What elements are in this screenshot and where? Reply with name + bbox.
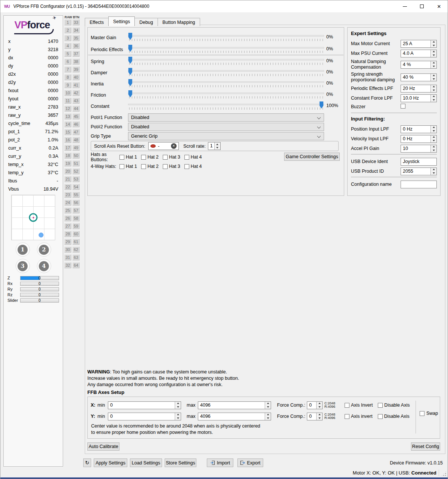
refresh-button[interactable]: ↻ [83,458,91,467]
usb-device-ident-field[interactable]: Joystick [401,158,437,166]
hat-checkbox[interactable]: Hat 1 [119,154,137,160]
checkbox[interactable] [141,155,146,160]
checkbox[interactable] [378,403,383,408]
raw-button[interactable]: 48 [72,137,80,143]
expert-spinbox[interactable]: 25 A [401,40,437,48]
dropdown[interactable]: Disabled [128,123,324,131]
raw-button[interactable]: 37 [72,51,80,57]
raw-button[interactable]: 14 [64,121,71,127]
checkbox[interactable] [119,164,124,169]
raw-button[interactable]: 13 [64,113,71,119]
raw-button[interactable]: 4 [64,43,71,49]
raw-button[interactable]: 38 [72,59,80,65]
raw-button[interactable]: 60 [72,231,80,237]
raw-button[interactable]: 64 [72,262,80,268]
force-comp-spinbox[interactable]: 0 [307,413,323,420]
raw-button[interactable]: 40 [72,74,80,80]
hat-checkbox[interactable]: Hat 1 [119,164,137,169]
filter-spinbox[interactable]: 0 Hz [401,135,437,143]
checkbox[interactable] [163,155,168,160]
minimize-button[interactable] [396,0,413,12]
raw-button[interactable]: 55 [72,192,80,198]
resize-grip[interactable] [441,471,447,476]
store-settings-button[interactable]: Store Settings [165,458,196,467]
axis-max-spinbox[interactable]: 4096 [198,413,271,420]
slider[interactable] [128,33,324,44]
load-settings-button[interactable]: Load Settings [130,458,162,467]
raw-button[interactable]: 1 [64,19,71,25]
hat-checkbox[interactable]: Hat 2 [141,164,159,169]
raw-button[interactable]: 49 [72,145,80,151]
raw-button[interactable]: 22 [64,184,71,190]
reset-config-button[interactable]: Reset Config [411,442,440,451]
expert-spinbox[interactable]: 4 % [401,61,437,69]
raw-button[interactable]: 35 [72,35,80,41]
raw-button[interactable]: 8 [64,74,71,80]
raw-button[interactable]: 2 [64,27,71,33]
slider[interactable] [128,68,324,79]
raw-button[interactable]: 43 [72,98,80,104]
raw-button[interactable]: 16 [64,137,71,143]
raw-button[interactable]: 17 [64,145,71,151]
checkbox[interactable] [378,414,383,419]
expert-spinbox[interactable]: 4.0 A [401,50,437,57]
axis-invert-checkbox[interactable]: Axis invert [345,414,373,419]
raw-button[interactable]: 3 [64,35,71,41]
tab-button-mapping[interactable]: Button Mapping [158,18,200,26]
raw-button[interactable]: 32 [64,262,71,268]
raw-button[interactable]: 27 [64,223,71,229]
slider[interactable] [128,79,324,90]
raw-button[interactable]: 21 [64,176,71,182]
checkbox[interactable] [420,411,424,416]
raw-button[interactable]: 34 [72,27,80,33]
disable-axis-checkbox[interactable]: Disable Axis [378,414,410,419]
raw-button[interactable]: 56 [72,200,80,206]
raw-button[interactable]: 20 [64,168,71,174]
raw-button[interactable]: 26 [64,215,71,221]
raw-button[interactable]: 58 [72,215,80,221]
raw-button[interactable]: 12 [64,106,71,112]
checkbox[interactable] [184,155,189,160]
clear-icon[interactable]: ✕ [171,143,177,149]
expert-spinbox[interactable]: 20 Hz [401,85,437,93]
checkbox[interactable] [163,164,168,169]
raw-button[interactable]: 6 [64,59,71,65]
raw-button[interactable]: 24 [64,200,71,206]
force-comp-spinbox[interactable]: 0 [307,401,323,409]
raw-button[interactable]: 47 [72,129,80,135]
maximize-button[interactable] [413,0,430,12]
raw-button[interactable]: 18 [64,153,71,159]
checkbox[interactable] [141,164,146,169]
hat-checkbox[interactable]: Hat 3 [163,164,180,169]
raw-button[interactable]: 54 [72,184,80,190]
checkbox[interactable] [119,155,124,160]
raw-button[interactable]: 7 [64,66,71,72]
raw-button[interactable]: 39 [72,66,80,72]
raw-button[interactable]: 23 [64,192,71,198]
raw-button[interactable]: 57 [72,207,80,213]
raw-button[interactable]: 63 [72,254,80,260]
export-button[interactable]: Export [237,458,263,467]
usb-product-id-spinbox[interactable]: 2055 [401,168,437,175]
raw-button[interactable]: 11 [64,98,71,104]
raw-button[interactable]: 46 [72,121,80,127]
slider[interactable] [128,90,324,101]
raw-button[interactable]: 9 [64,82,71,88]
raw-button[interactable]: 45 [72,113,80,119]
raw-button[interactable]: 19 [64,160,71,166]
hat-checkbox[interactable]: Hat 4 [184,154,202,160]
auto-calibrate-button[interactable]: Auto Calibrate [87,442,119,451]
raw-button[interactable]: 44 [72,106,80,112]
raw-button[interactable]: 51 [72,160,80,166]
disable-axis-checkbox[interactable]: Disable Axis [378,403,410,408]
filter-spinbox[interactable]: 0 Hz [401,125,437,133]
tab-settings[interactable]: Settings [108,16,135,26]
buzzer-checkbox[interactable] [401,104,405,109]
checkbox[interactable] [184,164,189,169]
configuration-name-field[interactable] [401,181,437,188]
raw-button[interactable]: 29 [64,239,71,245]
axis-invert-checkbox[interactable]: Axis Invert [345,403,373,408]
raw-button[interactable]: 61 [72,239,80,245]
raw-button[interactable]: 28 [64,231,71,237]
raw-button[interactable]: 30 [64,247,71,253]
